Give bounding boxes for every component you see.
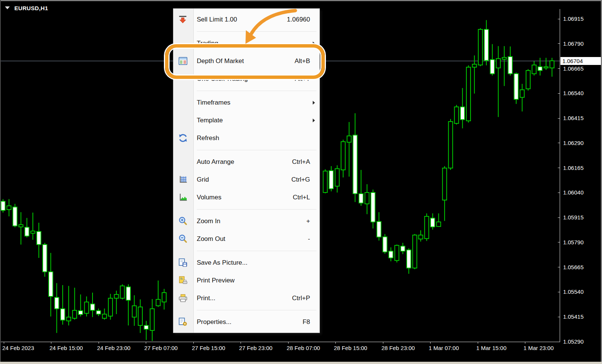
menu-item-print[interactable]: Print...Ctrl+P: [173, 289, 320, 307]
menu-item-depth-of-market[interactable]: Depth Of MarketAlt+B: [173, 52, 320, 70]
time-tick-label: 27 Feb 15:00: [192, 345, 225, 351]
menu-item-shortcut: Ctrl+A: [292, 158, 310, 166]
menu-item-label: Save As Picture...: [197, 259, 320, 267]
menu-separator: [173, 88, 320, 94]
time-tick-label: 1 Mar 23:00: [523, 345, 554, 351]
time-tick-label: 24 Feb 23:00: [97, 345, 130, 351]
time-tick-mark: [193, 342, 194, 344]
menu-item-refresh[interactable]: Refresh: [173, 129, 320, 147]
current-price-badge: 1.06704: [560, 57, 601, 65]
context-menu-items: Sell Limit 1.001.06960TradingDepth Of Ma…: [173, 11, 320, 331]
price-tick-label: 1.05290: [563, 339, 583, 345]
submenu-arrow-icon: [313, 42, 315, 45]
price-tick-mark: [558, 193, 560, 193]
price-tick-mark: [558, 267, 560, 267]
price-tick-label: 1.06165: [563, 165, 583, 171]
price-tick-mark: [558, 217, 560, 218]
menu-item-label: Refresh: [197, 134, 320, 142]
price-tick-label: 1.06040: [563, 190, 583, 196]
menu-item-timeframes[interactable]: Timeframes: [173, 94, 320, 111]
menu-item-zoom-out[interactable]: Zoom Out-: [173, 230, 320, 248]
price-tick-mark: [558, 143, 560, 143]
menu-separator: [173, 28, 320, 34]
time-tick-label: 28 Feb 07:00: [287, 345, 320, 351]
menu-separator: [173, 248, 320, 254]
menu-item-auto-arrange[interactable]: Auto ArrangeCtrl+A: [173, 153, 320, 171]
price-tick-mark: [558, 19, 560, 19]
price-tick-mark: [558, 242, 560, 242]
menu-item-print-preview[interactable]: Print Preview: [173, 271, 320, 289]
menu-item-shortcut: Ctrl+G: [291, 176, 310, 184]
menu-item-shortcut: Alt+B: [295, 57, 310, 65]
menu-item-volumes[interactable]: VolumesCtrl+L: [173, 188, 320, 206]
window-border-left: [0, 0, 1, 364]
menu-item-shortcut: F8: [303, 318, 310, 326]
menu-item-label: Zoom Out: [197, 235, 308, 243]
price-tick-label: 1.06915: [563, 16, 583, 22]
menu-item-label: Template: [197, 117, 320, 124]
price-axis-line: [560, 9, 560, 342]
menu-item-label: Trading: [197, 40, 320, 47]
menu-item-zoom-in[interactable]: Zoom In+: [173, 212, 320, 230]
menu-item-grid[interactable]: GridCtrl+G: [173, 171, 320, 188]
price-tick-label: 1.05915: [563, 214, 583, 221]
submenu-arrow-icon: [313, 101, 315, 105]
menu-item-one-click-trading[interactable]: One Click TradingAlt+T: [173, 70, 320, 88]
price-tick-label: 1.05665: [563, 264, 583, 270]
price-tick-label: 1.06290: [563, 140, 583, 146]
time-tick-label: 28 Feb 15:00: [334, 345, 367, 351]
time-axis-line: [0, 342, 560, 342]
menu-item-shortcut: Ctrl+L: [293, 194, 310, 201]
menu-item-label: Print Preview: [197, 277, 320, 284]
time-tick-mark: [478, 342, 478, 344]
menu-item-label: Properties...: [197, 318, 303, 326]
price-tick-label: 1.05415: [563, 314, 583, 320]
time-tick-label: 27 Feb 23:00: [239, 345, 272, 351]
menu-item-shortcut: +: [306, 217, 310, 225]
price-tick-mark: [558, 68, 560, 69]
menu-item-properties[interactable]: Properties...F8: [173, 313, 320, 331]
price-tick-label: 1.05540: [563, 289, 583, 295]
menu-separator: [173, 206, 320, 212]
zoom-out-icon: [178, 234, 188, 244]
price-tick-label: 1.06790: [563, 41, 583, 47]
time-tick-label: 24 Feb 2023: [2, 345, 34, 351]
menu-item-template[interactable]: Template: [173, 111, 320, 129]
price-tick-label: 1.06415: [563, 115, 583, 121]
menu-item-label: Depth Of Market: [197, 57, 295, 65]
menu-item-save-as-picture[interactable]: Save As Picture...: [173, 254, 320, 271]
menu-item-shortcut: -: [308, 235, 310, 243]
menu-item-sell-limit-1-00[interactable]: Sell Limit 1.001.06960: [173, 11, 320, 28]
save-picture-icon: [178, 258, 188, 268]
price-tick-label: 1.06665: [563, 66, 583, 72]
grid-icon: [178, 174, 188, 185]
menu-item-label: One Click Trading: [197, 75, 295, 83]
time-tick-label: 1 Mar 15:00: [476, 345, 506, 351]
menu-item-value: 1.06960: [287, 16, 310, 23]
volumes-icon: [178, 192, 188, 202]
window-border-top: [0, 0, 602, 1]
time-tick-label: 1 Mar 07:00: [429, 345, 459, 351]
time-tick-mark: [51, 342, 51, 344]
menu-separator: [173, 307, 320, 313]
time-tick-mark: [430, 342, 431, 344]
time-tick-mark: [99, 342, 99, 344]
price-tick-mark: [558, 292, 560, 292]
price-tick-mark: [558, 342, 560, 342]
price-tick-label: 1.06540: [563, 90, 583, 96]
window-border-bottom: [0, 362, 602, 364]
menu-item-shortcut: Alt+T: [295, 75, 310, 83]
menu-item-label: Timeframes: [197, 99, 320, 106]
price-tick-mark: [558, 118, 560, 119]
price-tick-label: 1.05790: [563, 239, 583, 245]
time-tick-mark: [146, 342, 146, 344]
context-menu: Sell Limit 1.001.06960TradingDepth Of Ma…: [173, 8, 320, 333]
depth-of-market-icon: [178, 56, 188, 66]
sell-limit-icon: [178, 14, 188, 25]
menu-item-label: Auto Arrange: [197, 158, 292, 166]
menu-item-trading[interactable]: Trading: [173, 34, 320, 52]
time-tick-mark: [241, 342, 241, 344]
menu-item-label: Zoom In: [197, 217, 306, 225]
mt-chart-window: EURUSD,H1 1.069151.067901.066651.065401.…: [0, 0, 602, 364]
time-tick-mark: [335, 342, 336, 344]
